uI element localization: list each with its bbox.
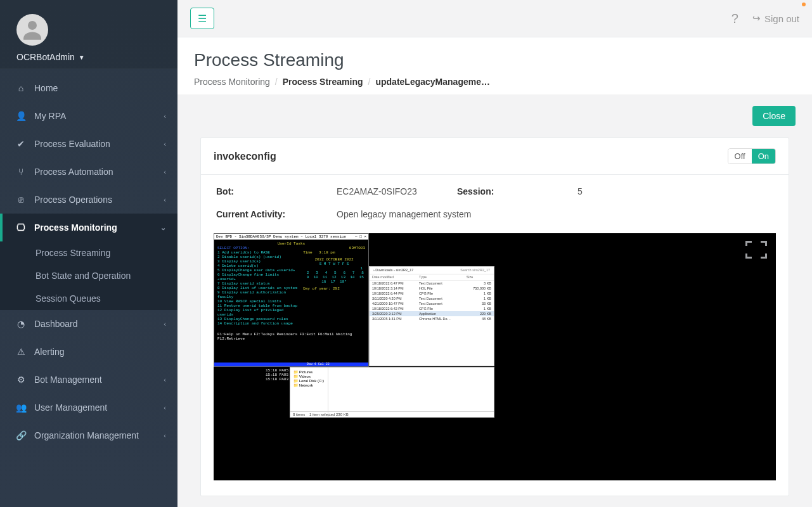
terminal-menu-line: 5 DisplayChange user data «userid»	[217, 268, 299, 273]
fullscreen-icon[interactable]	[745, 241, 767, 259]
nav-process-operations[interactable]: ⎚ Process Operations ‹	[0, 186, 177, 214]
tree-node: 📁 Videos	[293, 374, 325, 378]
monitor-icon: 🖵	[15, 222, 27, 233]
terminal-window: Dev BPD - Sim3BDAH03G/SP Demo system – L…	[214, 233, 369, 367]
svg-point-0	[28, 21, 37, 30]
column-header: Date modified	[370, 274, 416, 281]
explorer2-table: Date modifiedTypeSize 10/18/2022 6:47 PM…	[370, 274, 494, 321]
column-header: Type	[416, 274, 464, 281]
nav-label: Process Operations	[34, 195, 156, 205]
terminal-menu-line: 6 DisplayChange fine limits «userid»	[217, 273, 299, 281]
terminal-menu-line: 7 Display userid status	[217, 281, 299, 286]
nav-process-automation[interactable]: ⑂ Process Automation ‹	[0, 158, 177, 186]
nav-dashboard[interactable]: ◔ Dashboard ‹	[0, 310, 177, 338]
main: ☰ ? ↪ Sign out Process Streaming Process…	[177, 0, 812, 507]
explorer-status: 8 items 1 item selected 230 KB	[290, 411, 494, 417]
stream-toggle: Off On	[728, 148, 776, 164]
terminal-fnkeys: F1:Help on Menu F2:Todays Reminders F3:E…	[217, 332, 365, 341]
crumb-streaming[interactable]: Process Streaming	[283, 77, 363, 87]
sliders-icon: ⚙	[15, 375, 27, 385]
sidebar-toggle-button[interactable]: ☰	[190, 8, 214, 29]
user-icon: 👤	[15, 111, 27, 121]
nav-my-rpa[interactable]: 👤 My RPA ‹	[0, 102, 177, 130]
nav-sub-process-streaming[interactable]: Process Streaming	[0, 241, 177, 264]
user-menu[interactable]: OCRBotAdmin ▼	[16, 52, 161, 62]
terminal-menu-line: 10 View RASCP special limits	[217, 299, 299, 304]
panel-header: invokeconfig Off On	[201, 138, 789, 175]
file-row: 3/25/2020 2:12 PMApplication229 KB	[370, 311, 494, 316]
chevron-left-icon: ‹	[164, 168, 166, 176]
link-icon: 🔗	[15, 430, 27, 440]
nav-label: Process Automation	[34, 167, 156, 177]
help-icon[interactable]: ?	[725, 11, 745, 26]
explorer2-search: Search sim2R2_17	[460, 268, 490, 273]
page-body: Close invokeconfig Off On Bot: EC2AMAZ-0…	[177, 94, 812, 507]
nav-org-management[interactable]: 🔗 Organization Management ‹	[0, 421, 177, 449]
terminal-menu-line: 8 Display list of userids on system	[217, 286, 299, 290]
terminal-status-text: Row 4 Col 22	[214, 363, 368, 367]
file-row: 4/21/2000 10:47 PMText Document33 KB	[370, 301, 494, 306]
nav-sub-bot-state[interactable]: Bot State and Operation	[0, 264, 177, 287]
nav-label: Dashboard	[34, 319, 156, 329]
breadcrumb: Process Monitoring / Process Streaming /…	[194, 77, 796, 87]
file-row: 10/18/2022 6:44 PMCFG File1 KB	[370, 291, 494, 296]
nav-label: User Management	[34, 402, 156, 413]
label-bot: Bot:	[216, 186, 337, 196]
sidebar: OCRBotAdmin ▼ ⌂ Home 👤 My RPA ‹ ✔ Proces…	[0, 0, 177, 507]
terminal-menu-line: 9 Display userid authorization faculty	[217, 290, 299, 299]
terminal-menu-head: SELECT OPTION:	[217, 246, 299, 250]
branch-icon: ⑂	[15, 167, 27, 177]
terminal-menu-line: 4 Delete userid(s)	[217, 264, 299, 268]
crumb-process: updateLegacyManageme…	[375, 77, 490, 87]
nav-user-management[interactable]: 👥 User Management ‹	[0, 394, 177, 421]
toggle-off[interactable]: Off	[728, 149, 752, 164]
terminal-statusline: Row 4 Col 22	[214, 363, 368, 366]
signout-link[interactable]: ↪ Sign out	[752, 13, 799, 24]
terminal-cal-days: S M T W T F S	[303, 262, 365, 266]
nav: ⌂ Home 👤 My RPA ‹ ✔ Process Evaluation ‹…	[0, 74, 177, 449]
stream-viewer[interactable]: Dev BPD - Sim3BDAH03G/SP Demo system – L…	[214, 233, 776, 480]
value-session: 5	[577, 186, 773, 196]
chevron-left-icon: ‹	[164, 404, 166, 411]
stream-timelog: 15:18 PA0515:18 PA0515:18 PA03	[266, 368, 288, 382]
timelog-line: 15:18 PA03	[266, 377, 288, 382]
terminal-doy: Day of year: 292	[303, 286, 365, 291]
users-icon: 👥	[15, 402, 27, 413]
page-header: Process Streaming Process Monitoring / P…	[177, 37, 812, 94]
explorer-status-left: 8 items	[293, 413, 305, 416]
breadcrumb-separator: /	[368, 77, 371, 87]
crumb-monitoring[interactable]: Process Monitoring	[194, 77, 270, 87]
terminal-menu-line: 2 Disable userid(s) (userid)	[217, 255, 299, 259]
terminal-menu-line: 3 Display userid(s)	[217, 259, 299, 264]
sidebar-header: OCRBotAdmin ▼	[0, 0, 177, 69]
terminal-menu: 1 Add userid(s) to RASE2 Disable userid(…	[217, 250, 299, 326]
nav-alerting[interactable]: ⚠ Alerting	[0, 338, 177, 366]
nav-sub-session-queues[interactable]: Session Queues	[0, 287, 177, 310]
terminal-clock-label: Time	[303, 250, 312, 255]
explorer-status-right: 1 item selected 230 KB	[309, 413, 349, 416]
timelog-line: 15:18 PA05	[266, 368, 288, 373]
username-label: OCRBotAdmin	[16, 52, 75, 62]
tree-node: 📁 Network	[293, 383, 325, 387]
tree-node: 📁 Pictures	[293, 369, 325, 374]
close-button[interactable]: Close	[752, 106, 796, 126]
value-activity: Open legacy management system	[337, 209, 773, 219]
terminal-clock-value: 3:18 pm	[319, 250, 335, 255]
label-activity: Current Activity:	[216, 209, 337, 219]
nav-process-evaluation[interactable]: ✔ Process Evaluation ‹	[0, 130, 177, 158]
terminal-header: UserId Tasks	[217, 241, 365, 246]
nav-process-monitoring[interactable]: 🖵 Process Monitoring ⌄	[0, 214, 177, 241]
page-title: Process Streaming	[194, 50, 796, 70]
column-header: Size	[464, 274, 494, 281]
avatar	[16, 14, 48, 46]
nav-bot-management[interactable]: ⚙ Bot Management ‹	[0, 366, 177, 394]
terminal-corner-num: 63MT003	[303, 246, 365, 250]
terminal-menu-line: 11 Restore userid table from backup	[217, 304, 299, 308]
terminal-cal-rows: 1 2 3 4 5 6 7 8 9 10 11 12 13 14 15 16 1…	[303, 266, 365, 284]
nav-home[interactable]: ⌂ Home	[0, 74, 177, 102]
label-session: Session:	[457, 186, 577, 196]
chevron-left-icon: ‹	[164, 196, 166, 203]
chevron-down-icon: ⌄	[160, 224, 166, 232]
toggle-on[interactable]: On	[752, 149, 775, 164]
operations-icon: ⎚	[15, 195, 27, 205]
